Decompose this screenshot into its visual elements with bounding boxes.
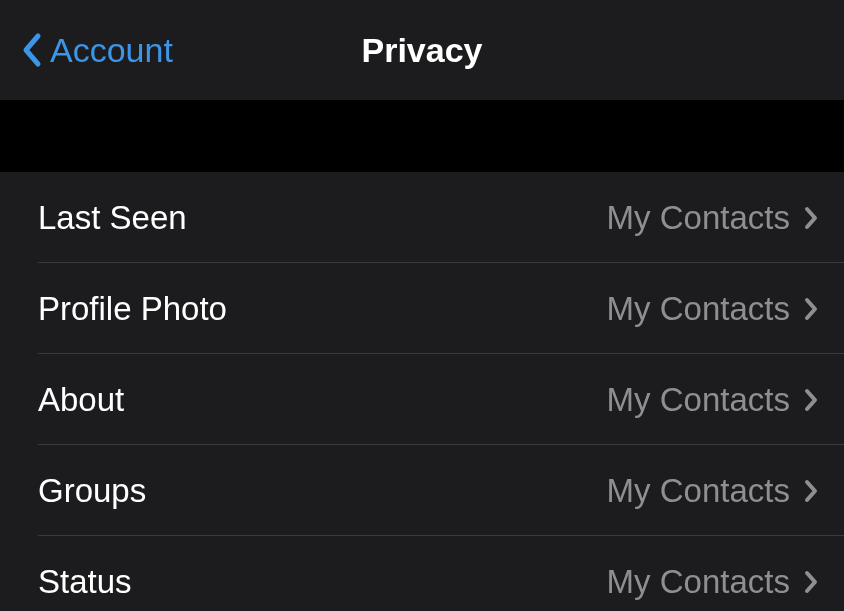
row-right: My Contacts (607, 381, 818, 419)
row-right: My Contacts (607, 472, 818, 510)
row-groups[interactable]: GroupsMy Contacts (0, 445, 844, 536)
row-value: My Contacts (607, 563, 790, 601)
row-value: My Contacts (607, 381, 790, 419)
row-label: Groups (38, 472, 146, 510)
row-label: Profile Photo (38, 290, 227, 328)
settings-list: Last SeenMy ContactsProfile PhotoMy Cont… (0, 172, 844, 611)
row-about[interactable]: AboutMy Contacts (0, 354, 844, 445)
row-value: My Contacts (607, 199, 790, 237)
header-bar: Account Privacy (0, 0, 844, 100)
section-spacer (0, 100, 844, 172)
row-label: Status (38, 563, 132, 601)
chevron-right-icon (804, 479, 818, 503)
chevron-right-icon (804, 206, 818, 230)
page-title: Privacy (362, 31, 483, 70)
row-last-seen[interactable]: Last SeenMy Contacts (0, 172, 844, 263)
row-right: My Contacts (607, 290, 818, 328)
back-button[interactable]: Account (20, 31, 173, 70)
row-right: My Contacts (607, 563, 818, 601)
row-right: My Contacts (607, 199, 818, 237)
chevron-left-icon (20, 32, 42, 68)
row-label: Last Seen (38, 199, 187, 237)
row-label: About (38, 381, 124, 419)
chevron-right-icon (804, 570, 818, 594)
row-value: My Contacts (607, 472, 790, 510)
back-label: Account (50, 31, 173, 70)
row-profile-photo[interactable]: Profile PhotoMy Contacts (0, 263, 844, 354)
chevron-right-icon (804, 297, 818, 321)
chevron-right-icon (804, 388, 818, 412)
row-status[interactable]: StatusMy Contacts (0, 536, 844, 611)
row-value: My Contacts (607, 290, 790, 328)
